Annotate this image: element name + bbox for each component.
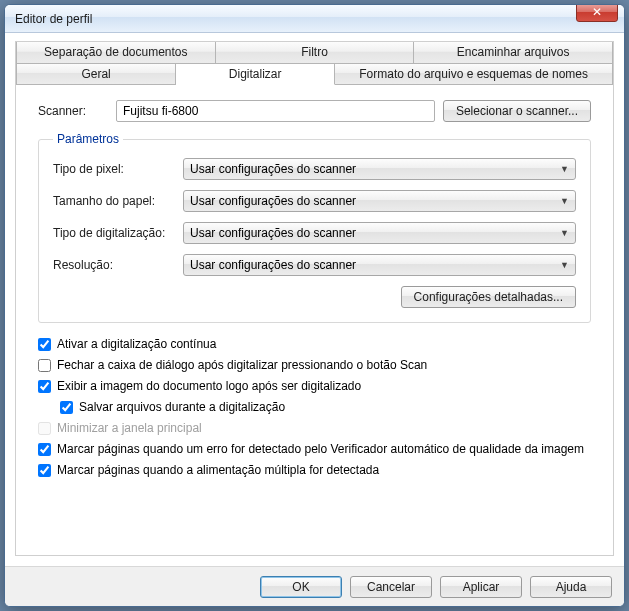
apply-button[interactable]: Aplicar [440, 576, 522, 598]
combo-value: Usar configurações do scanner [190, 194, 356, 208]
parameters-legend: Parâmetros [53, 132, 123, 146]
chevron-down-icon: ▼ [560, 228, 569, 238]
parameters-group: Parâmetros Tipo de pixel: Usar configura… [38, 132, 591, 323]
ok-button[interactable]: OK [260, 576, 342, 598]
scanner-label: Scanner: [38, 104, 108, 118]
chk-mark-multifeed-input[interactable] [38, 464, 51, 477]
combo-pixel-type[interactable]: Usar configurações do scanner ▼ [183, 158, 576, 180]
chk-close-dialog: Fechar a caixa de diálogo após digitaliz… [38, 358, 591, 373]
combo-value: Usar configurações do scanner [190, 162, 356, 176]
param-pixel-type: Tipo de pixel: Usar configurações do sca… [53, 158, 576, 180]
tab-file-format[interactable]: Formato do arquivo e esquemas de nomes [335, 63, 613, 85]
checkbox-area: Ativar a digitalização contínua Fechar a… [38, 337, 591, 478]
chk-show-image: Exibir a imagem do documento logo após s… [38, 379, 591, 394]
cancel-button[interactable]: Cancelar [350, 576, 432, 598]
chk-mark-quality: Marcar páginas quando um erro for detect… [38, 442, 591, 457]
param-resolution: Resolução: Usar configurações do scanner… [53, 254, 576, 276]
param-label-paper-size: Tamanho do papel: [53, 194, 183, 208]
profile-editor-window: Editor de perfil ✕ Separação de document… [4, 4, 625, 607]
help-button[interactable]: Ajuda [530, 576, 612, 598]
chk-show-image-label: Exibir a imagem do documento logo após s… [57, 379, 591, 394]
param-scan-type: Tipo de digitalização: Usar configuraçõe… [53, 222, 576, 244]
chk-continuous-scan-input[interactable] [38, 338, 51, 351]
combo-paper-size[interactable]: Usar configurações do scanner ▼ [183, 190, 576, 212]
chk-save-during-input[interactable] [60, 401, 73, 414]
bottom-button-bar: OK Cancelar Aplicar Ajuda [5, 566, 624, 606]
chevron-down-icon: ▼ [560, 260, 569, 270]
close-icon: ✕ [592, 5, 602, 19]
chk-close-dialog-label: Fechar a caixa de diálogo após digitaliz… [57, 358, 591, 373]
chk-minimize-input [38, 422, 51, 435]
chk-mark-multifeed-label: Marcar páginas quando a alimentação múlt… [57, 463, 591, 478]
tab-scan[interactable]: Digitalizar [176, 63, 335, 85]
combo-scan-type[interactable]: Usar configurações do scanner ▼ [183, 222, 576, 244]
combo-resolution[interactable]: Usar configurações do scanner ▼ [183, 254, 576, 276]
param-label-resolution: Resolução: [53, 258, 183, 272]
param-label-pixel-type: Tipo de pixel: [53, 162, 183, 176]
chevron-down-icon: ▼ [560, 164, 569, 174]
detailed-settings-button[interactable]: Configurações detalhadas... [401, 286, 576, 308]
chk-continuous-scan-label: Ativar a digitalização contínua [57, 337, 591, 352]
chk-continuous-scan: Ativar a digitalização contínua [38, 337, 591, 352]
chk-minimize: Minimizar a janela principal [38, 421, 591, 436]
tab-filter[interactable]: Filtro [216, 42, 415, 64]
chevron-down-icon: ▼ [560, 196, 569, 206]
chk-save-during-label: Salvar arquivos durante a digitalização [79, 400, 591, 415]
chk-mark-quality-input[interactable] [38, 443, 51, 456]
scanner-row: Scanner: Selecionar o scanner... [38, 100, 591, 122]
window-title: Editor de perfil [15, 12, 618, 26]
tab-forward-files[interactable]: Encaminhar arquivos [414, 42, 613, 64]
tab-general[interactable]: Geral [16, 63, 176, 85]
tab-body-scan: Scanner: Selecionar o scanner... Parâmet… [16, 86, 613, 555]
chk-minimize-label: Minimizar a janela principal [57, 421, 591, 436]
tab-row-lower: Geral Digitalizar Formato do arquivo e e… [16, 63, 613, 85]
chk-show-image-input[interactable] [38, 380, 51, 393]
chk-mark-multifeed: Marcar páginas quando a alimentação múlt… [38, 463, 591, 478]
param-label-scan-type: Tipo de digitalização: [53, 226, 183, 240]
tab-container: Separação de documentos Filtro Encaminha… [15, 41, 614, 556]
chk-save-during: Salvar arquivos durante a digitalização [60, 400, 591, 415]
combo-value: Usar configurações do scanner [190, 258, 356, 272]
select-scanner-button[interactable]: Selecionar o scanner... [443, 100, 591, 122]
param-paper-size: Tamanho do papel: Usar configurações do … [53, 190, 576, 212]
tab-row-upper: Separação de documentos Filtro Encaminha… [16, 42, 613, 64]
tab-document-separation[interactable]: Separação de documentos [16, 42, 216, 64]
client-area: Separação de documentos Filtro Encaminha… [5, 33, 624, 566]
scanner-input[interactable] [116, 100, 435, 122]
close-button[interactable]: ✕ [576, 4, 618, 22]
chk-close-dialog-input[interactable] [38, 359, 51, 372]
chk-mark-quality-label: Marcar páginas quando um erro for detect… [57, 442, 591, 457]
combo-value: Usar configurações do scanner [190, 226, 356, 240]
titlebar: Editor de perfil ✕ [5, 5, 624, 33]
